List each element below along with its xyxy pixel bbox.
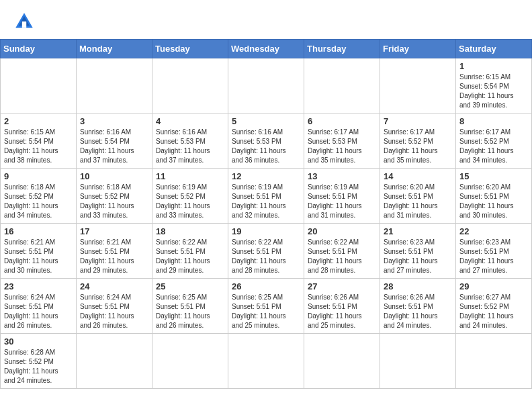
day-number: 24: [80, 281, 148, 291]
cell-info: Sunrise: 6:18 AM Sunset: 5:52 PM Dayligh…: [4, 183, 73, 220]
cell-info: Sunrise: 6:26 AM Sunset: 5:51 PM Dayligh…: [384, 293, 452, 330]
cell-info: Sunrise: 6:22 AM Sunset: 5:51 PM Dayligh…: [156, 238, 224, 275]
cell-info: Sunrise: 6:19 AM Sunset: 5:51 PM Dayligh…: [232, 183, 300, 220]
day-number: 17: [80, 226, 148, 236]
cell-info: Sunrise: 6:17 AM Sunset: 5:52 PM Dayligh…: [459, 128, 528, 165]
day-number: 12: [232, 171, 300, 181]
calendar-cell: 13Sunrise: 6:19 AM Sunset: 5:51 PM Dayli…: [304, 169, 380, 224]
calendar-week-row: 23Sunrise: 6:24 AM Sunset: 5:51 PM Dayli…: [1, 279, 532, 334]
logo-icon: [13, 11, 35, 32]
calendar-cell: 16Sunrise: 6:21 AM Sunset: 5:51 PM Dayli…: [1, 224, 77, 279]
calendar-cell: [304, 334, 380, 389]
cell-info: Sunrise: 6:26 AM Sunset: 5:51 PM Dayligh…: [308, 293, 376, 330]
calendar-cell: 27Sunrise: 6:26 AM Sunset: 5:51 PM Dayli…: [304, 279, 380, 334]
day-number: 22: [459, 226, 528, 236]
calendar-cell: 1Sunrise: 6:15 AM Sunset: 5:54 PM Daylig…: [456, 58, 532, 113]
day-number: 29: [459, 281, 528, 291]
calendar-week-row: 9Sunrise: 6:18 AM Sunset: 5:52 PM Daylig…: [1, 169, 532, 224]
calendar-cell: 20Sunrise: 6:22 AM Sunset: 5:51 PM Dayli…: [304, 224, 380, 279]
cell-info: Sunrise: 6:17 AM Sunset: 5:52 PM Dayligh…: [384, 128, 452, 165]
day-number: 7: [384, 116, 452, 126]
calendar-week-row: 16Sunrise: 6:21 AM Sunset: 5:51 PM Dayli…: [1, 224, 532, 279]
cell-info: Sunrise: 6:16 AM Sunset: 5:53 PM Dayligh…: [232, 128, 300, 165]
calendar-week-row: 2Sunrise: 6:15 AM Sunset: 5:54 PM Daylig…: [1, 113, 532, 169]
calendar-cell: 22Sunrise: 6:23 AM Sunset: 5:51 PM Dayli…: [456, 224, 532, 279]
weekday-header-monday: Monday: [77, 40, 152, 58]
day-number: 15: [459, 171, 528, 181]
calendar-cell: 7Sunrise: 6:17 AM Sunset: 5:52 PM Daylig…: [380, 113, 456, 169]
weekday-header-sunday: Sunday: [1, 40, 77, 58]
calendar-cell: [380, 334, 456, 389]
calendar-cell: [228, 58, 304, 113]
weekday-header-tuesday: Tuesday: [152, 40, 228, 58]
calendar-cell: [228, 334, 304, 389]
weekday-header-saturday: Saturday: [456, 40, 532, 58]
calendar-cell: 5Sunrise: 6:16 AM Sunset: 5:53 PM Daylig…: [228, 113, 304, 169]
calendar-cell: 18Sunrise: 6:22 AM Sunset: 5:51 PM Dayli…: [152, 224, 228, 279]
cell-info: Sunrise: 6:15 AM Sunset: 5:54 PM Dayligh…: [4, 128, 73, 165]
day-number: 27: [308, 281, 376, 291]
calendar-cell: 8Sunrise: 6:17 AM Sunset: 5:52 PM Daylig…: [456, 113, 532, 169]
cell-info: Sunrise: 6:24 AM Sunset: 5:51 PM Dayligh…: [4, 293, 73, 330]
calendar-cell: 9Sunrise: 6:18 AM Sunset: 5:52 PM Daylig…: [1, 169, 77, 224]
weekday-header-thursday: Thursday: [304, 40, 380, 58]
header: [0, 0, 532, 39]
day-number: 16: [4, 226, 73, 236]
logo: [13, 11, 39, 32]
day-number: 25: [156, 281, 224, 291]
cell-info: Sunrise: 6:23 AM Sunset: 5:51 PM Dayligh…: [384, 238, 452, 275]
calendar-cell: [77, 58, 152, 113]
day-number: 13: [308, 171, 376, 181]
cell-info: Sunrise: 6:27 AM Sunset: 5:52 PM Dayligh…: [459, 293, 528, 330]
day-number: 20: [308, 226, 376, 236]
calendar-cell: 12Sunrise: 6:19 AM Sunset: 5:51 PM Dayli…: [228, 169, 304, 224]
cell-info: Sunrise: 6:17 AM Sunset: 5:53 PM Dayligh…: [308, 128, 376, 165]
calendar-cell: [1, 58, 77, 113]
cell-info: Sunrise: 6:24 AM Sunset: 5:51 PM Dayligh…: [80, 293, 148, 330]
weekday-header-friday: Friday: [380, 40, 456, 58]
calendar-cell: 26Sunrise: 6:25 AM Sunset: 5:51 PM Dayli…: [228, 279, 304, 334]
calendar-cell: 2Sunrise: 6:15 AM Sunset: 5:54 PM Daylig…: [1, 113, 77, 169]
calendar-cell: 17Sunrise: 6:21 AM Sunset: 5:51 PM Dayli…: [77, 224, 152, 279]
calendar-cell: 15Sunrise: 6:20 AM Sunset: 5:51 PM Dayli…: [456, 169, 532, 224]
calendar-cell: 3Sunrise: 6:16 AM Sunset: 5:54 PM Daylig…: [77, 113, 152, 169]
calendar-cell: 10Sunrise: 6:18 AM Sunset: 5:52 PM Dayli…: [77, 169, 152, 224]
weekday-header-wednesday: Wednesday: [228, 40, 304, 58]
day-number: 11: [156, 171, 224, 181]
day-number: 26: [232, 281, 300, 291]
day-number: 1: [459, 61, 528, 71]
calendar-cell: 6Sunrise: 6:17 AM Sunset: 5:53 PM Daylig…: [304, 113, 380, 169]
cell-info: Sunrise: 6:19 AM Sunset: 5:51 PM Dayligh…: [308, 183, 376, 220]
day-number: 30: [4, 336, 73, 347]
calendar-cell: [77, 334, 152, 389]
calendar-cell: 24Sunrise: 6:24 AM Sunset: 5:51 PM Dayli…: [77, 279, 152, 334]
cell-info: Sunrise: 6:18 AM Sunset: 5:52 PM Dayligh…: [80, 183, 148, 220]
calendar-cell: 28Sunrise: 6:26 AM Sunset: 5:51 PM Dayli…: [380, 279, 456, 334]
cell-info: Sunrise: 6:25 AM Sunset: 5:51 PM Dayligh…: [156, 293, 224, 330]
cell-info: Sunrise: 6:23 AM Sunset: 5:51 PM Dayligh…: [459, 238, 528, 275]
calendar-cell: 25Sunrise: 6:25 AM Sunset: 5:51 PM Dayli…: [152, 279, 228, 334]
calendar-cell: [380, 58, 456, 113]
calendar-week-row: 30Sunrise: 6:28 AM Sunset: 5:52 PM Dayli…: [1, 334, 532, 389]
calendar-cell: [152, 58, 228, 113]
calendar-table: SundayMondayTuesdayWednesdayThursdayFrid…: [0, 39, 532, 389]
calendar-cell: 19Sunrise: 6:22 AM Sunset: 5:51 PM Dayli…: [228, 224, 304, 279]
cell-info: Sunrise: 6:15 AM Sunset: 5:54 PM Dayligh…: [459, 73, 528, 110]
day-number: 19: [232, 226, 300, 236]
day-number: 14: [384, 171, 452, 181]
svg-rect-2: [22, 21, 26, 28]
day-number: 6: [308, 116, 376, 126]
calendar-cell: 14Sunrise: 6:20 AM Sunset: 5:51 PM Dayli…: [380, 169, 456, 224]
cell-info: Sunrise: 6:22 AM Sunset: 5:51 PM Dayligh…: [232, 238, 300, 275]
day-number: 23: [4, 281, 73, 291]
day-number: 21: [384, 226, 452, 236]
day-number: 9: [4, 171, 73, 181]
calendar-cell: 30Sunrise: 6:28 AM Sunset: 5:52 PM Dayli…: [1, 334, 77, 389]
calendar-cell: 21Sunrise: 6:23 AM Sunset: 5:51 PM Dayli…: [380, 224, 456, 279]
calendar-cell: [304, 58, 380, 113]
calendar-cell: 23Sunrise: 6:24 AM Sunset: 5:51 PM Dayli…: [1, 279, 77, 334]
cell-info: Sunrise: 6:20 AM Sunset: 5:51 PM Dayligh…: [459, 183, 528, 220]
cell-info: Sunrise: 6:28 AM Sunset: 5:52 PM Dayligh…: [4, 348, 73, 385]
day-number: 5: [232, 116, 300, 126]
page: SundayMondayTuesdayWednesdayThursdayFrid…: [0, 0, 532, 411]
